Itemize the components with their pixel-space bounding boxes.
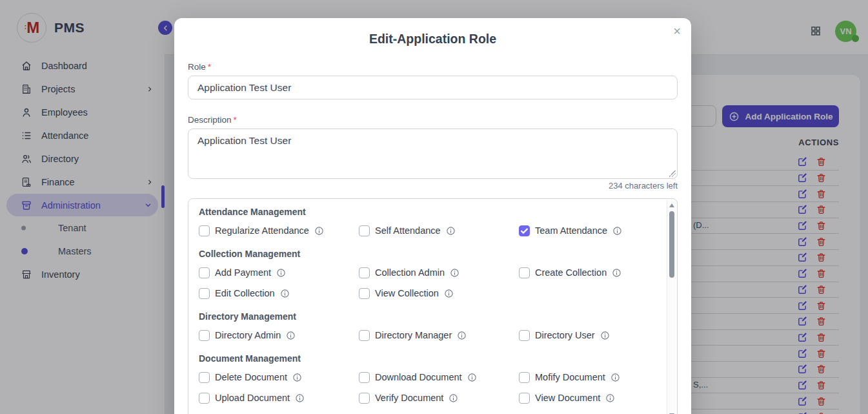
checkbox-unchecked[interactable]	[199, 267, 210, 278]
info-icon[interactable]	[450, 268, 459, 278]
permission-group: Collection Management Add Payment Collec…	[199, 249, 658, 301]
checkbox-unchecked[interactable]	[519, 267, 530, 278]
checkbox-unchecked[interactable]	[199, 393, 210, 404]
permission-option[interactable]: Mofify Document	[519, 369, 658, 385]
permission-option[interactable]: Verify Document	[359, 390, 519, 406]
info-icon[interactable]	[449, 393, 458, 403]
info-icon[interactable]	[276, 268, 286, 278]
permission-option[interactable]: Directory Manager	[359, 327, 519, 343]
checkbox-unchecked[interactable]	[359, 372, 370, 383]
info-icon[interactable]	[457, 331, 467, 340]
description-field-label: Description*	[188, 115, 678, 125]
checkbox-unchecked[interactable]	[359, 267, 370, 278]
permission-option[interactable]: Create Collection	[519, 265, 658, 280]
permission-option[interactable]: Delete Document	[199, 369, 359, 385]
info-icon[interactable]	[612, 226, 622, 236]
checkbox-unchecked[interactable]	[359, 225, 370, 236]
checkbox-unchecked[interactable]	[519, 393, 530, 404]
required-asterisk: *	[208, 62, 211, 72]
app-root: :M PMS Dashboard Projects Employees Atte…	[0, 0, 868, 414]
permission-group-title: Document Management	[199, 353, 658, 364]
scroll-up-arrow-icon[interactable]	[669, 203, 674, 207]
permission-group-title: Attendance Management	[199, 207, 658, 217]
permission-option[interactable]: Add Payment	[199, 265, 359, 280]
permission-option[interactable]: Directory Admin	[199, 327, 359, 343]
checkbox-unchecked[interactable]	[199, 225, 210, 236]
permission-option[interactable]: Directory User	[519, 327, 658, 343]
permission-group: Document Management Delete Document Down…	[199, 353, 658, 406]
permission-group-title: Directory Management	[199, 311, 658, 322]
checkbox-unchecked[interactable]	[359, 330, 370, 341]
required-asterisk: *	[234, 115, 237, 125]
checkbox-unchecked[interactable]	[199, 288, 210, 299]
checkbox-unchecked[interactable]	[199, 372, 210, 383]
permission-option[interactable]: Upload Document	[199, 390, 359, 406]
permission-group: Directory Management Directory Admin Dir…	[199, 311, 658, 343]
info-icon[interactable]	[446, 226, 456, 236]
permission-option[interactable]: Regularize Attendance	[199, 223, 359, 238]
permission-option[interactable]: Collection Admin	[359, 265, 519, 280]
permission-group: Attendance Management Regularize Attenda…	[199, 207, 658, 238]
permission-option[interactable]: Download Document	[359, 369, 519, 385]
checkbox-unchecked[interactable]	[199, 330, 210, 341]
info-icon[interactable]	[280, 289, 290, 298]
info-icon[interactable]	[292, 373, 302, 382]
checkbox-checked[interactable]	[519, 225, 530, 236]
info-icon[interactable]	[612, 268, 621, 278]
scrollbar-thumb[interactable]	[669, 211, 674, 278]
checkbox-unchecked[interactable]	[359, 288, 370, 299]
info-icon[interactable]	[467, 373, 477, 382]
info-icon[interactable]	[444, 289, 454, 298]
permission-group-title: Collection Management	[199, 249, 658, 259]
info-icon[interactable]	[605, 393, 615, 403]
info-icon[interactable]	[611, 373, 620, 382]
modal-title: Edit-Application Role	[174, 32, 691, 47]
role-field-label: Role*	[188, 62, 678, 72]
permission-option[interactable]: Team Attendance	[519, 223, 658, 238]
description-textarea[interactable]: Application Test User	[188, 129, 678, 179]
permission-option[interactable]: View Collection	[359, 285, 519, 301]
checkbox-unchecked[interactable]	[359, 393, 370, 404]
close-icon[interactable]: ×	[673, 25, 681, 37]
permissions-scrollbar[interactable]	[667, 200, 676, 414]
permission-option[interactable]: Self Attendance	[359, 223, 519, 238]
info-icon[interactable]	[600, 331, 610, 340]
permission-option[interactable]: Edit Collection	[199, 285, 359, 301]
textarea-resize-handle[interactable]	[669, 171, 676, 177]
permission-option[interactable]: View Document	[519, 390, 658, 406]
edit-application-role-modal: × Edit-Application Role Role* Descriptio…	[174, 18, 691, 414]
checkbox-unchecked[interactable]	[519, 372, 530, 383]
info-icon[interactable]	[314, 226, 324, 236]
info-icon[interactable]	[286, 331, 296, 340]
checkbox-unchecked[interactable]	[519, 330, 530, 341]
permissions-box: Attendance Management Regularize Attenda…	[188, 198, 678, 414]
permission-groups: Attendance Management Regularize Attenda…	[199, 207, 658, 406]
modal-body: Role* Description* Application Test User…	[174, 62, 691, 414]
characters-left-counter: 234 characters left	[188, 181, 678, 191]
info-icon[interactable]	[295, 393, 305, 403]
role-input[interactable]	[188, 76, 678, 99]
